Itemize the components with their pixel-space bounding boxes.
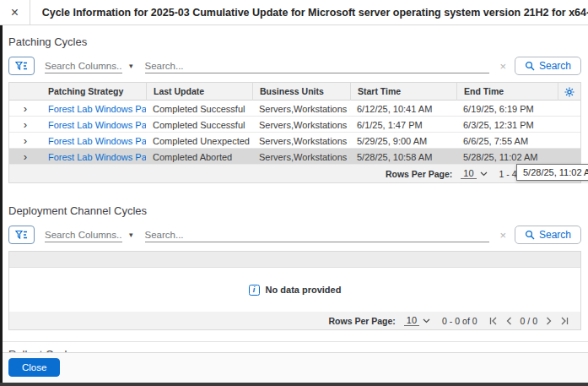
clear-search-icon[interactable]: × — [499, 60, 506, 73]
row-expand-icon[interactable]: › — [9, 149, 41, 165]
rows-per-page-label: Rows Per Page: — [328, 316, 395, 326]
clear-search-icon[interactable]: × — [499, 229, 506, 242]
first-page-icon[interactable] — [489, 317, 498, 325]
close-button[interactable]: Close — [8, 358, 60, 377]
deployment-pagination-bar: Rows Per Page: 10 0 - 0 of 0 0 / 0 — [9, 312, 580, 329]
search-button[interactable]: Search — [515, 226, 581, 244]
last-page-icon[interactable] — [560, 317, 569, 325]
dialog-footer: Close — [0, 352, 588, 383]
table-header-row: Patching Strategy Last Update Business U… — [9, 83, 580, 101]
patching-strategy-link[interactable]: Forest Lab Windows Patch ... — [41, 152, 146, 162]
end-time-tooltip: 5/28/25, 11:02 AM — [516, 164, 588, 181]
business-units-cell: Servers,Workstations (Exce... — [252, 152, 350, 162]
end-time-cell: 6/19/25, 6:19 PM — [456, 104, 558, 114]
expander-column-header — [9, 83, 41, 101]
business-units-cell: Servers,Workstations (Exce... — [252, 120, 350, 130]
search-icon — [525, 230, 535, 240]
next-page-icon[interactable] — [546, 317, 553, 325]
table-row[interactable]: › Forest Lab Windows Patch ... Completed… — [9, 117, 580, 133]
pagination-range: 0 - 0 of 0 — [442, 316, 477, 326]
row-expand-icon[interactable]: › — [9, 133, 41, 149]
page-indicator: 0 / 0 — [521, 316, 537, 326]
chevron-down-icon — [480, 171, 488, 177]
patching-strategy-link[interactable]: Forest Lab Windows Patch ... — [41, 104, 146, 114]
column-header-patching-strategy[interactable]: Patching Strategy — [41, 83, 146, 101]
filter-icon — [15, 230, 28, 241]
table-row[interactable]: › Forest Lab Windows Patch ... Completed… — [9, 101, 580, 117]
search-columns-dropdown[interactable] — [45, 228, 122, 242]
search-button[interactable]: Search — [515, 57, 581, 75]
patching-toolbar: ▾ × Search — [8, 56, 581, 76]
no-data-text: No data provided — [266, 285, 342, 295]
search-icon — [525, 61, 535, 71]
dialog-titlebar: × Cycle Information for 2025-03 Cumulati… — [0, 0, 588, 25]
column-header-end-time[interactable]: End Time — [456, 83, 558, 101]
rows-per-page-select[interactable]: 10 — [461, 168, 487, 179]
rows-per-page-select[interactable]: 10 — [404, 315, 430, 326]
filter-columns-button[interactable] — [8, 226, 35, 244]
start-time-cell: 6/12/25, 10:41 AM — [350, 104, 456, 114]
chevron-down-icon — [423, 318, 430, 323]
last-update-cell: Completed Unexpected Err... — [146, 136, 252, 146]
patching-cycles-table: Patching Strategy Last Update Business U… — [8, 82, 581, 183]
business-units-cell: Servers,Workstations (Exce... — [252, 136, 350, 146]
column-header-last-update[interactable]: Last Update — [146, 83, 252, 101]
window-bottom-edge — [0, 383, 588, 386]
deployment-channel-cycles-table: i No data provided Rows Per Page: 10 0 -… — [8, 251, 581, 330]
rows-per-page-label: Rows Per Page: — [386, 169, 452, 179]
table-row-selected[interactable]: › Forest Lab Windows Patch ... Completed… — [9, 149, 580, 165]
column-header-start-time[interactable]: Start Time — [350, 83, 456, 101]
start-time-cell: 5/28/25, 10:58 AM — [350, 152, 456, 162]
chevron-down-icon: ▾ — [129, 62, 133, 70]
last-update-cell: Completed Successful — [146, 120, 252, 130]
section-divider — [0, 341, 588, 342]
table-row[interactable]: › Forest Lab Windows Patch ... Completed… — [9, 133, 580, 149]
dialog-title: Cycle Information for 2025-03 Cumulative… — [42, 7, 588, 19]
close-icon[interactable]: × — [8, 6, 22, 19]
column-header-business-units[interactable]: Business Units — [252, 83, 350, 101]
start-time-cell: 5/29/25, 9:00 AM — [350, 136, 456, 146]
patching-strategy-link[interactable]: Forest Lab Windows Patch ... — [41, 136, 146, 146]
search-input[interactable] — [145, 228, 490, 242]
no-data-message-area: i No data provided — [9, 268, 580, 312]
search-columns-dropdown[interactable] — [45, 59, 122, 73]
start-time-cell: 6/1/25, 1:47 PM — [350, 120, 456, 130]
row-expand-icon[interactable]: › — [9, 117, 41, 133]
previous-page-icon[interactable] — [505, 317, 512, 325]
deployment-toolbar: ▾ × Search — [8, 225, 581, 245]
last-update-cell: Completed Successful — [146, 104, 252, 114]
window-left-edge — [0, 25, 3, 386]
row-expand-icon[interactable]: › — [9, 101, 41, 117]
table-settings-button[interactable] — [558, 83, 580, 101]
end-time-cell: 6/3/25, 12:31 PM — [456, 120, 558, 130]
filter-columns-button[interactable] — [8, 57, 35, 75]
patching-strategy-link[interactable]: Forest Lab Windows Patch ... — [41, 120, 146, 130]
deployment-channel-cycles-section-title: Deployment Channel Cycles — [8, 204, 581, 217]
end-time-cell: 6/6/25, 7:55 AM — [456, 136, 558, 146]
filter-icon — [15, 61, 28, 72]
info-icon: i — [249, 285, 260, 296]
gear-icon — [564, 87, 575, 97]
business-units-cell: Servers,Workstations (Exce... — [252, 104, 350, 114]
patching-pagination-bar: Rows Per Page: 10 1 - 4 of 4 — [9, 165, 580, 182]
search-input[interactable] — [145, 59, 490, 73]
end-time-cell: 5/28/25, 11:02 AM — [456, 152, 558, 162]
patching-cycles-section-title: Patching Cycles — [8, 35, 581, 48]
titlebar-divider — [30, 0, 30, 24]
empty-table-header — [9, 252, 580, 268]
last-update-cell: Completed Aborted — [146, 152, 252, 162]
chevron-down-icon: ▾ — [129, 231, 133, 239]
